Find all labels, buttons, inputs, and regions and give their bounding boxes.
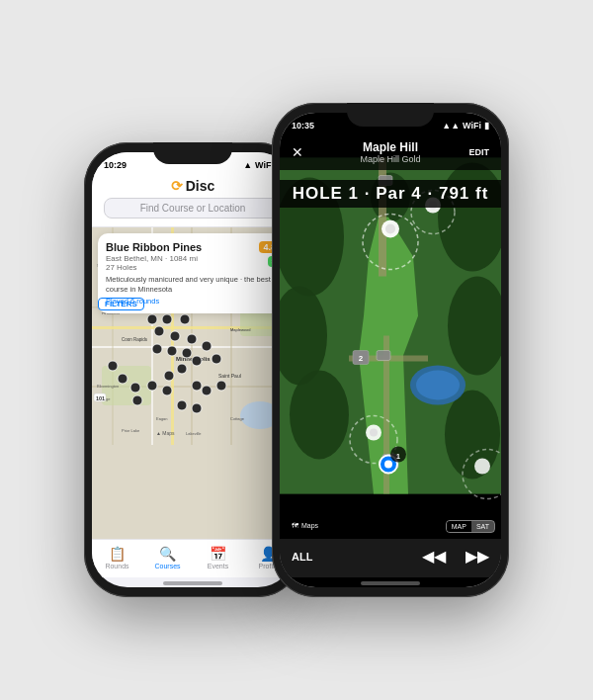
svg-rect-95 xyxy=(377,351,390,361)
bottom-controls: ALL ◀◀ ▶▶ xyxy=(280,539,501,577)
filters-button[interactable]: FILTERS xyxy=(98,298,144,310)
filters-area: FILTERS xyxy=(98,293,144,310)
svg-point-40 xyxy=(154,326,164,336)
rounds-icon: 📋 xyxy=(109,546,126,562)
disc-icon: ⟳ xyxy=(171,178,183,194)
svg-text:Eagan: Eagan xyxy=(156,416,168,421)
home-indicator-left xyxy=(163,581,222,585)
satellite-map-svg: 2 3 xyxy=(280,113,501,539)
svg-point-42 xyxy=(187,334,197,344)
svg-point-48 xyxy=(164,371,174,381)
logo-text: Disc xyxy=(186,178,215,194)
prev-button[interactable]: ◀◀ xyxy=(422,547,446,566)
tab-courses[interactable]: 🔍 Courses xyxy=(142,546,193,569)
svg-point-58 xyxy=(130,383,140,393)
tab-events-label: Events xyxy=(208,563,228,569)
svg-point-56 xyxy=(108,361,118,371)
svg-point-37 xyxy=(147,314,157,324)
svg-text:Maplewood: Maplewood xyxy=(230,327,250,332)
svg-point-51 xyxy=(147,381,157,391)
right-wifi-icon: WiFi xyxy=(463,121,481,131)
svg-point-38 xyxy=(162,314,172,324)
right-header: ✕ Maple Hill Maple Hill Gold EDIT xyxy=(280,134,501,170)
left-screen: 10:29 ▲ WiFi ▮ ⟳ Disc Find Course or Loc… xyxy=(92,152,294,587)
svg-text:Coon Rapids: Coon Rapids xyxy=(122,337,148,342)
svg-point-78 xyxy=(416,371,460,400)
svg-point-94 xyxy=(474,459,490,475)
maps-apple-icon: 🗺 xyxy=(292,522,298,529)
satellite-map[interactable]: 2 3 xyxy=(280,113,501,539)
hole-banner: HOLE 1 · Par 4 · 791 ft xyxy=(280,180,501,208)
svg-point-59 xyxy=(132,395,142,405)
course-name: Maple Hill xyxy=(292,140,489,154)
events-icon: 📅 xyxy=(210,546,226,562)
svg-text:2: 2 xyxy=(359,354,364,363)
svg-point-43 xyxy=(152,344,162,354)
svg-point-71 xyxy=(445,391,500,480)
svg-text:101: 101 xyxy=(96,395,105,401)
maps-label: Maps xyxy=(301,522,318,529)
right-signal-icon: ▲▲ xyxy=(442,121,460,131)
notch-right xyxy=(347,103,434,127)
tab-bar: 📋 Rounds 🔍 Courses 📅 Events 👤 Profile xyxy=(92,539,294,577)
card-description: Meticulously manicured and very unique ·… xyxy=(106,275,280,295)
tab-rounds[interactable]: 📋 Rounds xyxy=(92,546,142,569)
map-sat-toggle: MAP SAT xyxy=(446,520,495,533)
notch-left xyxy=(153,142,232,164)
close-button[interactable]: ✕ xyxy=(292,144,303,160)
right-phone: 10:35 ▲▲ WiFi ▮ ✕ Maple Hill Maple Hill … xyxy=(272,103,509,597)
search-bar[interactable]: Find Course or Location xyxy=(104,198,282,219)
svg-point-49 xyxy=(202,341,212,351)
left-header: ⟳ Disc Find Course or Location xyxy=(92,174,294,227)
svg-text:Bloomington: Bloomington xyxy=(97,384,119,389)
tab-rounds-label: Rounds xyxy=(105,563,128,569)
tab-events[interactable]: 📅 Events xyxy=(193,546,243,569)
svg-text:Cottage: Cottage xyxy=(230,416,245,421)
card-location: East Bethel, MN · 1084 mi xyxy=(106,254,202,263)
left-phone: 10:29 ▲ WiFi ▮ ⟳ Disc Find Course or Loc… xyxy=(84,142,301,597)
map-button[interactable]: MAP xyxy=(447,521,471,532)
edit-button[interactable]: EDIT xyxy=(468,147,489,157)
courses-icon: 🔍 xyxy=(159,546,176,562)
phones-container: 10:29 ▲ WiFi ▮ ⟳ Disc Find Course or Loc… xyxy=(84,103,509,597)
right-screen: 10:35 ▲▲ WiFi ▮ ✕ Maple Hill Maple Hill … xyxy=(280,113,501,587)
svg-point-47 xyxy=(177,364,187,374)
tab-courses-label: Courses xyxy=(154,563,180,569)
right-battery-icon: ▮ xyxy=(484,121,489,131)
maps-watermark: 🗺 Maps xyxy=(288,520,322,531)
svg-point-60 xyxy=(177,400,187,410)
signal-icon: ▲ xyxy=(243,160,252,170)
svg-point-44 xyxy=(167,346,177,356)
right-status-icons: ▲▲ WiFi ▮ xyxy=(442,121,489,131)
course-subtitle: Maple Hill Gold xyxy=(292,154,489,164)
svg-text:Lakeville: Lakeville xyxy=(186,431,202,436)
hole-info: HOLE 1 · Par 4 · 791 ft xyxy=(292,184,489,204)
svg-point-61 xyxy=(192,403,202,413)
svg-point-57 xyxy=(118,374,127,384)
svg-point-46 xyxy=(192,356,202,366)
right-time: 10:35 xyxy=(292,121,314,131)
all-button[interactable]: ALL xyxy=(292,551,312,563)
sat-button[interactable]: SAT xyxy=(471,521,494,532)
svg-point-97 xyxy=(384,461,392,469)
card-title: Blue Ribbon Pines xyxy=(106,241,202,253)
map-area[interactable]: Minneapolis Saint Paul Coon Rapids Maple… xyxy=(92,227,294,539)
svg-text:1: 1 xyxy=(396,453,400,460)
nav-arrows: ◀◀ ▶▶ xyxy=(422,547,489,566)
svg-point-45 xyxy=(182,348,192,358)
left-time: 10:29 xyxy=(104,160,127,170)
svg-point-53 xyxy=(192,381,202,391)
svg-point-82 xyxy=(385,224,395,234)
svg-text:▲ Maps: ▲ Maps xyxy=(156,430,175,436)
svg-point-50 xyxy=(212,354,221,364)
udisc-logo: ⟳ Disc xyxy=(104,178,282,194)
svg-point-41 xyxy=(170,331,180,341)
svg-point-54 xyxy=(202,386,212,395)
svg-point-39 xyxy=(180,314,190,324)
svg-point-68 xyxy=(290,371,349,460)
svg-point-52 xyxy=(162,386,172,395)
next-button[interactable]: ▶▶ xyxy=(466,547,489,566)
svg-point-90 xyxy=(370,429,378,437)
svg-text:Saint Paul: Saint Paul xyxy=(218,373,241,379)
svg-text:Prior Lake: Prior Lake xyxy=(122,428,140,433)
